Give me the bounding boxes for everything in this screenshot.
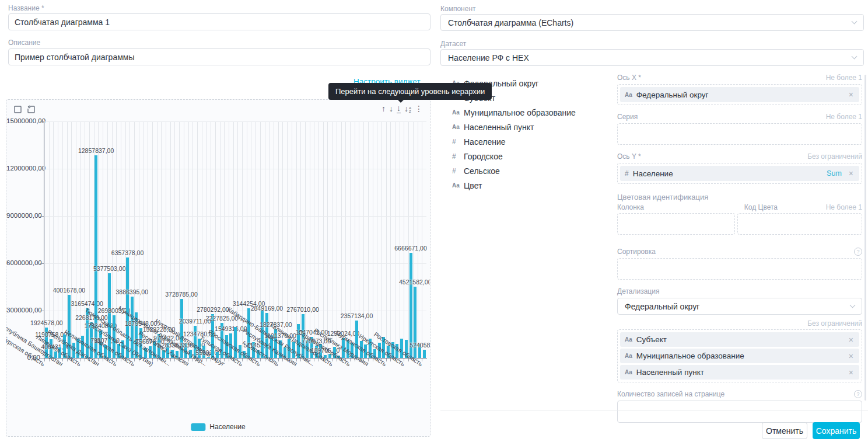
bar-value-label: 3728785,00 [165, 291, 197, 298]
arrow-down-icon[interactable]: ↓ [389, 105, 393, 113]
y-gridline [44, 121, 426, 122]
drilldown-select[interactable]: Федеральный округ [617, 298, 862, 315]
aggregation-badge[interactable]: Sum [827, 169, 842, 178]
field-label: Населенный пункт [464, 123, 534, 132]
chevron-down-icon [852, 54, 858, 60]
save-button[interactable]: Сохранить [813, 422, 860, 439]
drilldown-chip[interactable]: AaНаселенный пункт× [620, 365, 859, 380]
drilldown-chip-label: Муниципальное образование [636, 351, 744, 360]
text-field-icon: Aa [452, 182, 464, 189]
bar-value-label: 524058,00 [410, 342, 430, 349]
widget-editor: Название * Описание Настроить виджет ↑↓↓… [0, 0, 868, 442]
bar-value-label: 4521582,00 [399, 279, 430, 286]
text-field-icon: Aa [452, 109, 464, 116]
dataset-field-item[interactable]: AaЦвет [452, 178, 607, 193]
number-field-icon: # [452, 138, 464, 146]
bar-value-label: 2767010,00 [286, 306, 318, 313]
bar-value-label: 6666671,00 [394, 245, 426, 252]
bar-value-label: 2849169,00 [251, 305, 283, 312]
tooltip-arrow [397, 99, 404, 103]
dataset-field-item[interactable]: AaНаселенный пункт [452, 120, 607, 134]
dataset-field-item[interactable]: AaМуниципальное образование [452, 105, 607, 120]
widget-config-panel: Ось X * Не более 1 Aa Федеральный округ … [617, 70, 862, 423]
drilldown-chip[interactable]: AaМуниципальное образование× [620, 349, 859, 363]
color-code-dropzone[interactable] [737, 213, 862, 235]
drilldown-chip-label: Субъект [636, 335, 667, 344]
drilldown-limit-hint: Без ограничений [617, 319, 862, 328]
remove-icon[interactable]: × [848, 90, 855, 99]
bar-value-label: 1924578,00 [30, 319, 62, 326]
tooltip-text: Перейти на следующий уровень иерархии [335, 87, 485, 96]
number-field-icon: # [452, 152, 464, 161]
more-vertical-icon[interactable]: ⋮ [415, 105, 423, 113]
x-axis-labels: Оренбургская областьРеспублика Башкортос… [44, 359, 426, 429]
dataset-field-item[interactable]: #Сельское [452, 163, 607, 178]
legend-swatch [191, 423, 205, 431]
drilldown-chip[interactable]: AaСубъект× [620, 332, 859, 347]
y-axis-chip-label: Население [633, 169, 673, 178]
bar-value-label: 2357134,00 [341, 312, 373, 319]
series-dropzone[interactable] [617, 123, 862, 145]
cancel-button[interactable]: Отменить [762, 422, 807, 439]
sort-letters: AZ [409, 106, 411, 113]
dataset-field-item[interactable]: #Население [452, 134, 607, 149]
y-axis-chip[interactable]: # Население Sum × [620, 166, 859, 181]
arrow-up-icon[interactable]: ↑ [382, 105, 386, 113]
field-label: Население [464, 137, 506, 147]
dataset-label: Датасет [440, 40, 466, 48]
y-gridline [44, 216, 426, 217]
field-label: Сельское [464, 166, 500, 176]
y-tick-label: 9000000,00 [6, 212, 40, 219]
y-tick-label: 12000000,00 [6, 165, 40, 172]
remove-icon[interactable]: × [848, 351, 855, 361]
field-label: Муниципальное образование [464, 108, 576, 117]
y-axis: 15000000,0012000000,009000000,006000000,… [6, 100, 40, 437]
x-axis-chip[interactable]: Aa Федеральный округ × [620, 87, 859, 102]
chevron-down-icon [852, 19, 858, 25]
color-ident-label: Цветовая идентификация [617, 193, 862, 201]
y-gridline [44, 263, 426, 264]
help-icon[interactable]: ? [854, 390, 862, 398]
number-field-icon: # [452, 167, 464, 175]
component-select[interactable]: Столбчатая диаграмма (ECharts) [440, 14, 864, 31]
remove-icon[interactable]: × [848, 368, 855, 377]
remove-icon[interactable]: × [848, 169, 855, 178]
name-input[interactable] [8, 13, 430, 30]
bar[interactable] [423, 350, 426, 358]
remove-icon[interactable]: × [848, 335, 855, 344]
page-size-label: Количество записей на странице [617, 390, 724, 398]
y-tick-label: 3000000,00 [6, 307, 40, 314]
bar-value-label: 3886395,00 [116, 288, 148, 295]
sorting-dropzone[interactable] [617, 258, 862, 280]
y-gridline [44, 169, 426, 169]
scrollbar[interactable] [864, 75, 866, 401]
field-label: Городское [464, 152, 503, 161]
footer-divider [440, 410, 868, 410]
drilldown-label: Детализация [617, 287, 862, 295]
bar-value-label: 2780292,00 [197, 306, 229, 313]
dataset-field-item[interactable]: #Городское [452, 149, 607, 163]
page-size-input[interactable] [617, 401, 862, 423]
chart-card: ↑↓↓↓AZ⋮ 15000000,0012000000,009000000,00… [6, 99, 430, 437]
dataset-select[interactable]: Население РФ с HEX [440, 49, 864, 66]
y-axis-dropzone[interactable]: # Население Sum × [617, 163, 862, 184]
x-axis-dropzone[interactable]: Aa Федеральный округ × [617, 84, 862, 105]
field-label: Цвет [464, 181, 482, 190]
bar-value-label: 4001678,00 [53, 287, 85, 294]
legend-item[interactable]: Население [191, 423, 245, 431]
series-label: Серия [617, 113, 638, 121]
text-field-icon: Aa [625, 353, 632, 359]
y-tick-label: 15000000,00 [6, 117, 40, 124]
color-column-dropzone[interactable] [617, 213, 735, 235]
text-field-icon: Aa [452, 124, 464, 130]
text-field-icon: Aa [625, 369, 632, 375]
drilldown-dropzone[interactable]: AaСубъект×AaМуниципальное образование×Aa… [617, 329, 862, 382]
description-input[interactable] [8, 48, 430, 65]
help-icon[interactable]: ? [854, 248, 862, 256]
sort-alpha-desc-icon[interactable]: ↓AZ [404, 105, 411, 113]
hierarchy-tooltip: Перейти на следующий уровень иерархии [328, 83, 492, 100]
arrow-down-to-bar-icon[interactable]: ↓ [397, 104, 401, 113]
chart-toolbar: ↑↓↓↓AZ⋮ [382, 103, 423, 114]
number-field-icon: # [625, 169, 629, 178]
y-axis-limit-hint: Без ограничений [807, 152, 862, 161]
